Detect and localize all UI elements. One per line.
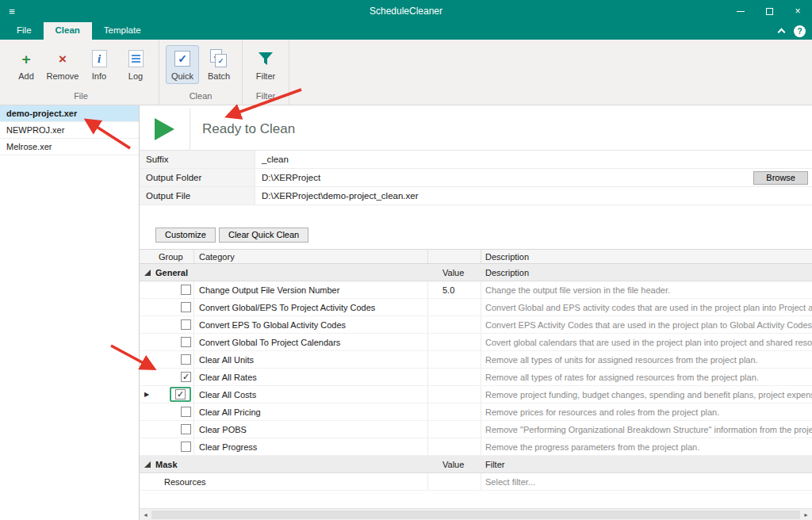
row-indicator [140, 438, 155, 455]
checkbox-cell[interactable]: ✓ [155, 369, 194, 385]
table-row[interactable]: Clear All PricingRemove prices for resou… [140, 403, 812, 421]
row-checkbox[interactable] [181, 424, 191, 434]
table-row[interactable]: ResourcesSelect filter... [140, 473, 812, 491]
checkbox-cell[interactable]: ✓ [155, 386, 194, 403]
row-checkbox[interactable] [181, 302, 191, 312]
group-row[interactable]: GeneralValueDescription [140, 264, 812, 281]
value-cell [428, 473, 481, 490]
file-list: demo-project.xerNEWPROJ.xerMelrose.xer [0, 105, 140, 520]
description-column-header[interactable]: Description [481, 250, 812, 263]
description-cell: Select filter... [481, 473, 812, 490]
output-folder-row: Output Folder D:\XERProject Browse [140, 169, 812, 187]
table-row[interactable]: Convert Global/EPS To Project Activity C… [140, 299, 812, 316]
output-folder-input[interactable]: D:\XERProject [262, 173, 320, 182]
checkbox-cell[interactable] [155, 281, 194, 298]
file-item[interactable]: Melrose.xer [0, 139, 139, 155]
table-row[interactable]: Clear ProgressRemove the progress parame… [140, 438, 812, 456]
group-expander[interactable] [140, 456, 155, 472]
output-folder-label: Output Folder [140, 169, 255, 186]
group-expander[interactable] [140, 264, 155, 281]
description-band-header: Description [481, 264, 812, 281]
row-checkbox[interactable]: ✓ [181, 372, 191, 382]
tab-template[interactable]: Template [92, 22, 153, 40]
row-checkbox[interactable] [181, 337, 191, 347]
category-cell: Clear All Costs [194, 386, 428, 403]
run-clean-button[interactable] [140, 109, 190, 150]
scroll-right-icon[interactable]: ► [800, 509, 812, 520]
window-controls: × [726, 0, 812, 22]
help-icon[interactable]: ? [794, 25, 806, 37]
table-row[interactable]: Change Output File Version Number5.0Chan… [140, 281, 812, 299]
table-row[interactable]: Clear POBSRemove "Performing Organizatio… [140, 421, 812, 438]
browse-button[interactable]: Browse [753, 171, 808, 185]
ribbon-group-clean: ✓ Quick ✓✓ Batch Clean [159, 40, 243, 105]
value-cell [428, 386, 481, 403]
ribbon-group-file: + Add × Remove i Info Log File [3, 40, 159, 105]
checkbox-cell[interactable] [155, 334, 194, 350]
category-column-header[interactable]: Category [194, 250, 428, 263]
file-item[interactable]: NEWPROJ.xer [0, 122, 139, 139]
table-row[interactable]: ✓Clear All RatesRemove all types of rate… [140, 369, 812, 386]
suffix-label: Suffix [140, 151, 255, 168]
ribbon-group-label-clean: Clean [166, 90, 236, 105]
quick-button[interactable]: ✓ Quick [166, 45, 199, 84]
clear-quick-clean-button[interactable]: Clear Quick Clean [219, 228, 308, 243]
scroll-left-icon[interactable]: ◄ [140, 509, 151, 520]
table-row[interactable]: Clear All UnitsRemove all types of units… [140, 351, 812, 369]
row-checkbox[interactable] [181, 319, 191, 330]
checkbox-cell[interactable] [155, 299, 194, 315]
checkbox-cell[interactable] [155, 316, 194, 333]
row-checkbox[interactable] [181, 407, 191, 417]
row-indicator: ▶ [140, 386, 155, 403]
log-button[interactable]: Log [119, 45, 152, 84]
value-cell [428, 351, 481, 368]
remove-button[interactable]: × Remove [46, 45, 79, 84]
output-file-value: D:\XERProject\demo-project_clean.xer [255, 187, 812, 205]
filter-button[interactable]: Filter [249, 45, 282, 84]
table-row[interactable]: Convert EPS To Global Activity CodesConv… [140, 316, 812, 334]
scrollbar-thumb[interactable] [151, 510, 800, 519]
checkbox-cell[interactable] [155, 438, 194, 455]
category-grid: Group Category Description GeneralValueD… [140, 249, 812, 491]
titlebar: ≡ ScheduleCleaner × [0, 0, 812, 22]
maximize-button[interactable] [755, 0, 783, 22]
row-indicator [140, 316, 155, 333]
group-row[interactable]: MaskValueFilter [140, 456, 812, 473]
description-cell: Convert Global and EPS activity codes th… [481, 299, 812, 315]
customize-button[interactable]: Customize [155, 228, 216, 243]
horizontal-scrollbar[interactable]: ◄ ► [140, 508, 812, 520]
add-button[interactable]: + Add [10, 45, 43, 84]
checkbox-cell[interactable] [155, 403, 194, 420]
batch-button[interactable]: ✓✓ Batch [202, 45, 236, 84]
suffix-input[interactable]: _clean [255, 151, 812, 168]
row-indicator [140, 334, 155, 350]
category-cell: Convert Global To Project Calendars [194, 334, 428, 350]
collapse-ribbon-icon[interactable] [778, 29, 786, 36]
minimize-button[interactable] [726, 0, 755, 22]
info-button[interactable]: i Info [82, 45, 116, 84]
checkbox-cell[interactable] [155, 351, 194, 368]
description-band-header: Filter [481, 456, 812, 472]
description-cell: Change the output file version in the fi… [481, 281, 812, 298]
maximize-icon [766, 8, 773, 15]
app-icon[interactable]: ≡ [0, 6, 24, 17]
row-indicator [140, 351, 155, 368]
table-row[interactable]: ▶✓Clear All CostsRemove project funding,… [140, 386, 812, 403]
group-column-header[interactable]: Group [140, 250, 194, 263]
tab-file[interactable]: File [5, 22, 44, 40]
close-button[interactable]: × [783, 0, 812, 22]
checkbox-cell[interactable] [155, 421, 194, 438]
tab-clean[interactable]: Clean [44, 22, 92, 40]
row-checkbox[interactable] [181, 442, 191, 452]
category-cell: Clear All Pricing [194, 403, 428, 420]
main-panel: Ready to Clean Suffix _clean Output Fold… [140, 105, 812, 520]
row-checkbox[interactable] [181, 354, 191, 365]
row-checkbox[interactable]: ✓ [175, 389, 186, 400]
row-checkbox[interactable] [181, 285, 191, 295]
info-icon: i [89, 48, 109, 69]
value-cell [428, 403, 481, 420]
table-row[interactable]: Convert Global To Project CalendarsCover… [140, 334, 812, 351]
grid-header: Group Category Description [140, 249, 812, 264]
row-indicator [140, 421, 155, 438]
file-item[interactable]: demo-project.xer [0, 105, 139, 122]
